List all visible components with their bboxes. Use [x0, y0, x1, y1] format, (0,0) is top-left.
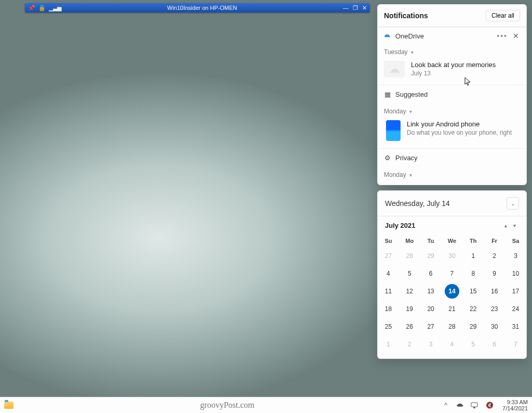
notification-subtitle: Do what you love on your phone, right: [407, 129, 512, 136]
calendar-day[interactable]: 9: [484, 265, 505, 282]
calendar-day[interactable]: 6: [484, 335, 505, 353]
calendar-day[interactable]: 18: [378, 300, 399, 318]
collapse-calendar-button[interactable]: ⌄: [507, 197, 519, 210]
svg-rect-1: [473, 407, 475, 408]
calendar-day[interactable]: 5: [462, 335, 484, 353]
notification-day-label[interactable]: Tuesday ▾: [378, 44, 526, 58]
calendar-day[interactable]: 21: [442, 300, 463, 318]
calendar-day[interactable]: 29: [420, 247, 442, 265]
taskbar[interactable]: groovyPost.com ^ 🔇 9:33 AM 7/14/2021: [0, 397, 532, 413]
calendar-day[interactable]: 5: [399, 265, 420, 282]
cursor-icon: [464, 77, 471, 86]
grid-icon: ▦: [384, 91, 391, 98]
calendar-day[interactable]: 22: [462, 300, 484, 318]
notification-group-header[interactable]: OneDrive ••• ✕: [378, 27, 526, 44]
calendar-day[interactable]: 1: [378, 335, 399, 353]
svg-rect-0: [471, 403, 477, 407]
more-icon[interactable]: •••: [497, 32, 508, 40]
calendar-day[interactable]: 2: [399, 335, 420, 353]
network-tray-icon[interactable]: [470, 401, 480, 410]
pin-icon[interactable]: 📌: [28, 5, 35, 11]
cloud-icon: ☁: [384, 61, 405, 78]
calendar-prev-button[interactable]: ▴: [501, 221, 510, 230]
calendar-day[interactable]: 27: [420, 318, 442, 335]
notifications-heading: Notifications: [384, 11, 428, 20]
calendar-day[interactable]: 7: [505, 335, 526, 353]
calendar-grid: SuMoTuWeThFrSa 2728293012345678910111213…: [378, 235, 526, 353]
signal-icon: ▁▃▅: [49, 5, 61, 11]
system-tray[interactable]: ^ 🔇 9:33 AM 7/14/2021: [441, 399, 528, 411]
notification-item[interactable]: Link your Android phone Do what you love…: [378, 117, 526, 148]
calendar-day[interactable]: 12: [399, 282, 420, 300]
file-explorer-icon[interactable]: [4, 402, 14, 409]
phone-icon: [386, 120, 401, 141]
calendar-day[interactable]: 28: [399, 247, 420, 265]
tray-overflow-icon[interactable]: ^: [441, 401, 450, 410]
chevron-down-icon: ▾: [409, 109, 412, 114]
taskbar-clock[interactable]: 9:33 AM 7/14/2021: [499, 399, 528, 411]
close-icon[interactable]: ✕: [362, 5, 367, 11]
calendar-day[interactable]: 10: [505, 265, 526, 282]
chevron-down-icon: ▾: [411, 49, 414, 55]
calendar-next-button[interactable]: ▾: [510, 221, 519, 230]
calendar-day[interactable]: 30: [442, 247, 463, 265]
onedrive-tray-icon[interactable]: [456, 401, 465, 410]
calendar-day[interactable]: 29: [462, 318, 484, 335]
remote-session-title: Win10Insider on HP-OMEN: [61, 5, 343, 11]
calendar-day[interactable]: 1: [462, 247, 484, 265]
calendar-dow: Fr: [484, 235, 505, 247]
notification-day-label[interactable]: Monday ▾: [378, 167, 526, 185]
calendar-day[interactable]: 23: [484, 300, 505, 318]
remote-session-titlebar[interactable]: 📌 🔒 ▁▃▅ Win10Insider on HP-OMEN — ❐ ✕: [25, 3, 370, 12]
chevron-down-icon: ▾: [409, 172, 412, 178]
gear-icon: ⚙: [384, 154, 391, 162]
calendar-day[interactable]: 4: [378, 265, 399, 282]
calendar-day[interactable]: 11: [378, 282, 399, 300]
calendar-day[interactable]: 30: [484, 318, 505, 335]
notification-title: Link your Android phone: [407, 120, 512, 128]
calendar-day[interactable]: 28: [442, 318, 463, 335]
calendar-day[interactable]: 3: [420, 335, 442, 353]
calendar-day[interactable]: 3: [505, 247, 526, 265]
calendar-day[interactable]: 17: [505, 282, 526, 300]
calendar-day[interactable]: 24: [505, 300, 526, 318]
calendar-dow: Mo: [399, 235, 420, 247]
minimize-icon[interactable]: —: [343, 5, 349, 11]
calendar-day[interactable]: 15: [462, 282, 484, 300]
calendar-month-label[interactable]: July 2021: [385, 222, 501, 229]
lock-icon: 🔒: [38, 5, 46, 11]
calendar-day[interactable]: 26: [399, 318, 420, 335]
calendar-day[interactable]: 4: [442, 335, 463, 353]
calendar-day[interactable]: 13: [420, 282, 442, 300]
calendar-day[interactable]: 2: [484, 247, 505, 265]
calendar-day[interactable]: 25: [378, 318, 399, 335]
suggested-section-header[interactable]: ▦ Suggested: [378, 85, 526, 104]
dismiss-group-button[interactable]: ✕: [512, 32, 520, 40]
notification-title: Look back at your memories: [411, 61, 496, 69]
calendar-dow: Su: [378, 235, 399, 247]
onedrive-icon: [384, 32, 391, 40]
calendar-day[interactable]: 6: [420, 265, 442, 282]
calendar-dow: Th: [462, 235, 484, 247]
notification-day-label[interactable]: Monday ▾: [378, 104, 526, 117]
calendar-dow: Tu: [420, 235, 442, 247]
calendar-day[interactable]: 27: [378, 247, 399, 265]
calendar-full-date: Wednesday, July 14: [385, 199, 450, 208]
watermark-text: groovyPost.com: [14, 401, 441, 410]
notification-app-name: OneDrive: [395, 32, 493, 40]
taskbar-time: 9:33 AM: [502, 399, 528, 405]
privacy-section-header[interactable]: ⚙ Privacy: [378, 148, 526, 167]
calendar-day[interactable]: 7: [442, 265, 463, 282]
calendar-day[interactable]: 16: [484, 282, 505, 300]
calendar-day[interactable]: 20: [420, 300, 442, 318]
clear-all-button[interactable]: Clear all: [486, 10, 520, 21]
volume-muted-icon[interactable]: 🔇: [485, 401, 494, 410]
calendar-day[interactable]: 8: [462, 265, 484, 282]
taskbar-date: 7/14/2021: [502, 405, 528, 411]
calendar-day[interactable]: 31: [505, 318, 526, 335]
restore-icon[interactable]: ❐: [353, 5, 358, 11]
notification-subtitle: July 13: [411, 70, 496, 77]
calendar-day[interactable]: 14: [442, 282, 463, 300]
calendar-day[interactable]: 19: [399, 300, 420, 318]
notification-item[interactable]: ☁ Look back at your memories July 13: [378, 58, 526, 85]
